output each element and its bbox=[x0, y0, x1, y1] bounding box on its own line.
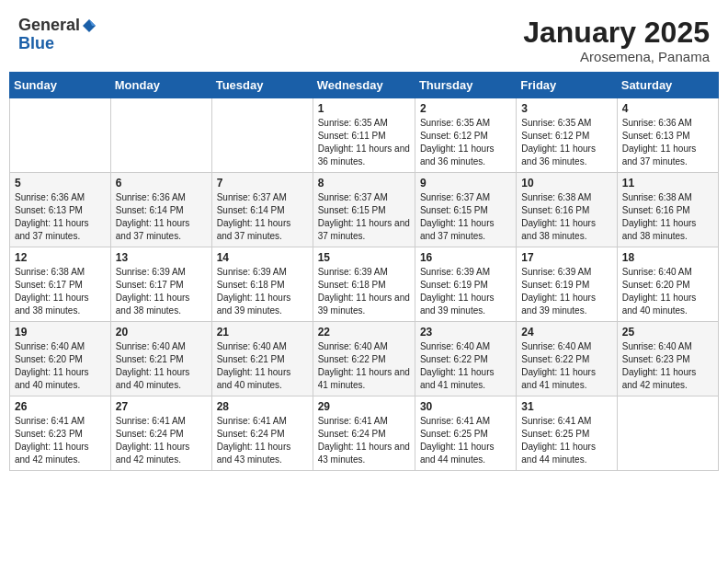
day-number: 9 bbox=[420, 177, 511, 190]
day-number: 10 bbox=[521, 177, 611, 190]
day-info: Sunrise: 6:40 AM Sunset: 6:22 PM Dayligh… bbox=[521, 340, 611, 392]
day-number: 18 bbox=[622, 251, 713, 264]
calendar-cell: 30Sunrise: 6:41 AM Sunset: 6:25 PM Dayli… bbox=[415, 396, 516, 471]
day-number: 21 bbox=[217, 326, 308, 339]
day-number: 8 bbox=[318, 177, 410, 190]
day-info: Sunrise: 6:39 AM Sunset: 6:18 PM Dayligh… bbox=[318, 266, 410, 317]
calendar-cell: 9Sunrise: 6:37 AM Sunset: 6:15 PM Daylig… bbox=[415, 173, 516, 247]
calendar-cell: 8Sunrise: 6:37 AM Sunset: 6:15 PM Daylig… bbox=[313, 173, 415, 247]
calendar-cell: 11Sunrise: 6:38 AM Sunset: 6:16 PM Dayli… bbox=[617, 173, 718, 247]
day-info: Sunrise: 6:38 AM Sunset: 6:17 PM Dayligh… bbox=[15, 266, 106, 317]
day-number: 28 bbox=[217, 400, 308, 413]
day-header-monday: Monday bbox=[110, 73, 211, 98]
day-info: Sunrise: 6:37 AM Sunset: 6:15 PM Dayligh… bbox=[318, 191, 410, 243]
calendar-cell: 16Sunrise: 6:39 AM Sunset: 6:19 PM Dayli… bbox=[415, 247, 516, 322]
day-number: 5 bbox=[15, 177, 106, 190]
day-info: Sunrise: 6:40 AM Sunset: 6:20 PM Dayligh… bbox=[15, 340, 106, 392]
day-info: Sunrise: 6:41 AM Sunset: 6:23 PM Dayligh… bbox=[15, 415, 106, 466]
calendar-cell: 7Sunrise: 6:37 AM Sunset: 6:14 PM Daylig… bbox=[211, 173, 313, 247]
day-info: Sunrise: 6:36 AM Sunset: 6:13 PM Dayligh… bbox=[15, 191, 106, 243]
calendar-cell: 22Sunrise: 6:40 AM Sunset: 6:22 PM Dayli… bbox=[313, 322, 415, 396]
day-header-saturday: Saturday bbox=[617, 73, 718, 98]
day-info: Sunrise: 6:40 AM Sunset: 6:21 PM Dayligh… bbox=[116, 340, 207, 392]
day-header-sunday: Sunday bbox=[10, 73, 111, 98]
calendar-cell: 5Sunrise: 6:36 AM Sunset: 6:13 PM Daylig… bbox=[10, 173, 111, 247]
day-header-wednesday: Wednesday bbox=[313, 73, 415, 98]
day-info: Sunrise: 6:36 AM Sunset: 6:14 PM Dayligh… bbox=[116, 191, 207, 243]
day-info: Sunrise: 6:40 AM Sunset: 6:22 PM Dayligh… bbox=[420, 340, 511, 392]
day-info: Sunrise: 6:35 AM Sunset: 6:12 PM Dayligh… bbox=[420, 117, 511, 168]
day-info: Sunrise: 6:35 AM Sunset: 6:11 PM Dayligh… bbox=[318, 117, 410, 168]
calendar-week-1: 1Sunrise: 6:35 AM Sunset: 6:11 PM Daylig… bbox=[10, 98, 719, 173]
calendar-cell: 21Sunrise: 6:40 AM Sunset: 6:21 PM Dayli… bbox=[211, 322, 313, 396]
day-number: 6 bbox=[116, 177, 207, 190]
day-number: 22 bbox=[318, 326, 410, 339]
day-info: Sunrise: 6:41 AM Sunset: 6:25 PM Dayligh… bbox=[521, 415, 611, 466]
logo: General Blue bbox=[18, 17, 98, 53]
day-info: Sunrise: 6:36 AM Sunset: 6:13 PM Dayligh… bbox=[622, 117, 713, 168]
day-info: Sunrise: 6:35 AM Sunset: 6:12 PM Dayligh… bbox=[521, 117, 611, 168]
calendar-cell: 6Sunrise: 6:36 AM Sunset: 6:14 PM Daylig… bbox=[110, 173, 211, 247]
day-number: 1 bbox=[318, 102, 410, 115]
day-info: Sunrise: 6:37 AM Sunset: 6:14 PM Dayligh… bbox=[217, 191, 308, 243]
day-number: 30 bbox=[420, 400, 511, 413]
calendar-cell: 28Sunrise: 6:41 AM Sunset: 6:24 PM Dayli… bbox=[211, 396, 313, 471]
day-header-tuesday: Tuesday bbox=[211, 73, 313, 98]
day-number: 4 bbox=[622, 102, 713, 115]
day-number: 16 bbox=[420, 251, 511, 264]
day-number: 31 bbox=[521, 400, 611, 413]
day-number: 15 bbox=[318, 251, 410, 264]
day-number: 19 bbox=[15, 326, 106, 339]
day-number: 13 bbox=[116, 251, 207, 264]
calendar-cell: 29Sunrise: 6:41 AM Sunset: 6:24 PM Dayli… bbox=[313, 396, 415, 471]
logo-blue: Blue bbox=[18, 34, 54, 52]
logo-general: General bbox=[18, 17, 80, 35]
day-number: 11 bbox=[622, 177, 713, 190]
day-info: Sunrise: 6:40 AM Sunset: 6:23 PM Dayligh… bbox=[622, 340, 713, 392]
calendar-cell: 14Sunrise: 6:39 AM Sunset: 6:18 PM Dayli… bbox=[211, 247, 313, 322]
title-block: January 2025 Arosemena, Panama bbox=[523, 17, 710, 64]
calendar-cell: 17Sunrise: 6:39 AM Sunset: 6:19 PM Dayli… bbox=[517, 247, 617, 322]
day-info: Sunrise: 6:38 AM Sunset: 6:16 PM Dayligh… bbox=[622, 191, 713, 243]
calendar-cell: 26Sunrise: 6:41 AM Sunset: 6:23 PM Dayli… bbox=[10, 396, 111, 471]
calendar-table: SundayMondayTuesdayWednesdayThursdayFrid… bbox=[9, 72, 719, 471]
day-info: Sunrise: 6:41 AM Sunset: 6:24 PM Dayligh… bbox=[217, 415, 308, 466]
day-number: 27 bbox=[116, 400, 207, 413]
calendar-cell: 19Sunrise: 6:40 AM Sunset: 6:20 PM Dayli… bbox=[10, 322, 111, 396]
page-header: General Blue January 2025 Arosemena, Pan… bbox=[9, 9, 719, 68]
day-info: Sunrise: 6:38 AM Sunset: 6:16 PM Dayligh… bbox=[521, 191, 611, 243]
day-number: 26 bbox=[15, 400, 106, 413]
day-info: Sunrise: 6:41 AM Sunset: 6:24 PM Dayligh… bbox=[116, 415, 207, 466]
calendar-cell: 3Sunrise: 6:35 AM Sunset: 6:12 PM Daylig… bbox=[517, 98, 617, 173]
calendar-cell: 31Sunrise: 6:41 AM Sunset: 6:25 PM Dayli… bbox=[517, 396, 617, 471]
day-number: 3 bbox=[521, 102, 611, 115]
calendar-cell: 10Sunrise: 6:38 AM Sunset: 6:16 PM Dayli… bbox=[517, 173, 617, 247]
calendar-cell: 2Sunrise: 6:35 AM Sunset: 6:12 PM Daylig… bbox=[415, 98, 516, 173]
calendar-cell bbox=[110, 98, 211, 173]
calendar-cell: 12Sunrise: 6:38 AM Sunset: 6:17 PM Dayli… bbox=[10, 247, 111, 322]
calendar-cell bbox=[211, 98, 313, 173]
calendar-cell: 18Sunrise: 6:40 AM Sunset: 6:20 PM Dayli… bbox=[617, 247, 718, 322]
day-info: Sunrise: 6:40 AM Sunset: 6:20 PM Dayligh… bbox=[622, 266, 713, 317]
calendar-week-5: 26Sunrise: 6:41 AM Sunset: 6:23 PM Dayli… bbox=[10, 396, 719, 471]
logo-icon bbox=[81, 17, 97, 34]
calendar-week-3: 12Sunrise: 6:38 AM Sunset: 6:17 PM Dayli… bbox=[10, 247, 719, 322]
location-title: Arosemena, Panama bbox=[523, 49, 710, 64]
day-number: 12 bbox=[15, 251, 106, 264]
day-number: 25 bbox=[622, 326, 713, 339]
day-number: 14 bbox=[217, 251, 308, 264]
calendar-header-row: SundayMondayTuesdayWednesdayThursdayFrid… bbox=[10, 73, 719, 98]
day-number: 7 bbox=[217, 177, 308, 190]
calendar-cell: 24Sunrise: 6:40 AM Sunset: 6:22 PM Dayli… bbox=[517, 322, 617, 396]
day-number: 20 bbox=[116, 326, 207, 339]
day-number: 23 bbox=[420, 326, 511, 339]
day-header-thursday: Thursday bbox=[415, 73, 516, 98]
day-number: 24 bbox=[521, 326, 611, 339]
day-number: 2 bbox=[420, 102, 511, 115]
day-info: Sunrise: 6:40 AM Sunset: 6:22 PM Dayligh… bbox=[318, 340, 410, 392]
day-number: 29 bbox=[318, 400, 410, 413]
month-title: January 2025 bbox=[523, 17, 710, 49]
calendar-week-2: 5Sunrise: 6:36 AM Sunset: 6:13 PM Daylig… bbox=[10, 173, 719, 247]
day-header-friday: Friday bbox=[517, 73, 617, 98]
day-info: Sunrise: 6:39 AM Sunset: 6:19 PM Dayligh… bbox=[420, 266, 511, 317]
